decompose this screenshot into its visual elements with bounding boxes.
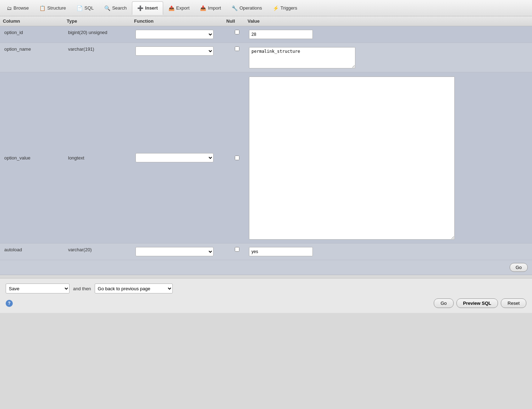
cell-null-autoload — [226, 246, 248, 252]
function-select-autoload[interactable] — [135, 247, 214, 256]
import-icon: 📥 — [200, 5, 206, 11]
cell-type-option-id: bigint(20) unsigned — [67, 29, 134, 36]
tab-insert[interactable]: ➕ Insert — [132, 1, 163, 15]
tab-insert-label: Insert — [145, 5, 157, 11]
cell-function-option-name — [134, 46, 226, 56]
tab-triggers[interactable]: ⚡ Triggers — [267, 1, 303, 15]
cell-function-option-value — [134, 152, 226, 163]
tab-search[interactable]: 🔍 Search — [99, 1, 132, 15]
tab-bar: 🗂 Browse 📋 Structure 📄 SQL 🔍 Search ➕ In… — [0, 0, 532, 16]
table-row: option_id bigint(20) unsigned — [0, 26, 532, 43]
tab-import[interactable]: 📥 Import — [195, 1, 226, 15]
structure-icon: 📋 — [39, 5, 45, 11]
cell-null-option-value — [226, 155, 248, 161]
go-row: Go — [0, 260, 532, 275]
function-select-option-id[interactable] — [135, 30, 214, 39]
bottom-row-1: Save Ignore and then Go back to previous… — [6, 284, 526, 293]
null-checkbox-option-id[interactable] — [235, 30, 239, 34]
go-button-bottom[interactable]: Go — [434, 298, 453, 308]
value-input-autoload[interactable] — [249, 247, 313, 256]
value-textarea-option-name[interactable]: permalink_structure — [249, 47, 355, 68]
cell-type-option-name: varchar(191) — [67, 46, 134, 52]
help-icon[interactable]: ? — [6, 300, 13, 307]
table-header: Column Type Function Null Value — [0, 16, 532, 26]
cell-null-option-name — [226, 46, 248, 52]
cell-value-option-name: permalink_structure — [248, 46, 529, 69]
bottom-section: Save Ignore and then Go back to previous… — [0, 278, 532, 313]
tab-export-label: Export — [176, 5, 190, 11]
export-icon: 📤 — [168, 5, 174, 11]
table-row: option_value longtext — [0, 72, 532, 243]
cell-value-autoload — [248, 246, 529, 257]
tab-structure[interactable]: 📋 Structure — [34, 1, 71, 15]
value-input-option-id[interactable] — [249, 30, 313, 39]
then-select[interactable]: Go back to previous page Insert another … — [95, 284, 173, 293]
null-checkbox-autoload[interactable] — [235, 247, 239, 252]
header-value: Value — [248, 18, 529, 24]
header-null: Null — [226, 18, 248, 24]
save-select[interactable]: Save Ignore — [6, 284, 70, 293]
cell-value-option-id — [248, 29, 529, 40]
operations-icon: 🔧 — [232, 5, 238, 11]
bottom-row-2: ? Go Preview SQL Reset — [6, 298, 526, 308]
reset-button[interactable]: Reset — [501, 298, 526, 308]
cell-function-option-id — [134, 29, 226, 40]
null-checkbox-option-value[interactable] — [235, 156, 239, 160]
tab-operations[interactable]: 🔧 Operations — [226, 1, 267, 15]
header-type: Type — [67, 18, 134, 24]
cell-column-option-value: option_value — [3, 155, 67, 161]
cell-column-option-name: option_name — [3, 46, 67, 52]
go-button-main[interactable]: Go — [510, 263, 528, 272]
function-select-option-value[interactable] — [135, 153, 214, 162]
cell-function-autoload — [134, 246, 226, 257]
cell-column-autoload: autoload — [3, 246, 67, 253]
browse-icon: 🗂 — [7, 5, 12, 11]
function-select-option-name[interactable] — [135, 46, 214, 56]
null-checkbox-option-name[interactable] — [235, 46, 239, 51]
sql-icon: 📄 — [77, 5, 83, 11]
cell-null-option-id — [226, 29, 248, 35]
and-then-label: and then — [73, 286, 91, 291]
preview-sql-button[interactable]: Preview SQL — [456, 298, 498, 308]
tab-browse-label: Browse — [13, 5, 29, 11]
tab-sql-label: SQL — [84, 5, 94, 11]
tab-browse[interactable]: 🗂 Browse — [1, 1, 34, 15]
tab-structure-label: Structure — [47, 5, 66, 11]
cell-type-option-value: longtext — [67, 155, 134, 161]
tab-triggers-label: Triggers — [281, 5, 297, 11]
table-row: autoload varchar(20) — [0, 243, 532, 260]
table-row: option_name varchar(191) permalink_struc… — [0, 43, 532, 72]
cell-column-option-id: option_id — [3, 29, 67, 36]
tab-export[interactable]: 📤 Export — [163, 1, 195, 15]
triggers-icon: ⚡ — [273, 5, 279, 11]
header-column: Column — [3, 18, 67, 24]
tab-search-label: Search — [112, 5, 127, 11]
main-content: Column Type Function Null Value option_i… — [0, 16, 532, 275]
value-textarea-option-value[interactable] — [249, 77, 455, 240]
cell-value-option-value — [248, 75, 529, 240]
search-icon: 🔍 — [104, 5, 110, 11]
tab-operations-label: Operations — [239, 5, 262, 11]
cell-type-autoload: varchar(20) — [67, 246, 134, 253]
tab-import-label: Import — [208, 5, 221, 11]
tab-sql[interactable]: 📄 SQL — [71, 1, 99, 15]
insert-icon: ➕ — [137, 5, 143, 11]
header-function: Function — [134, 18, 226, 24]
